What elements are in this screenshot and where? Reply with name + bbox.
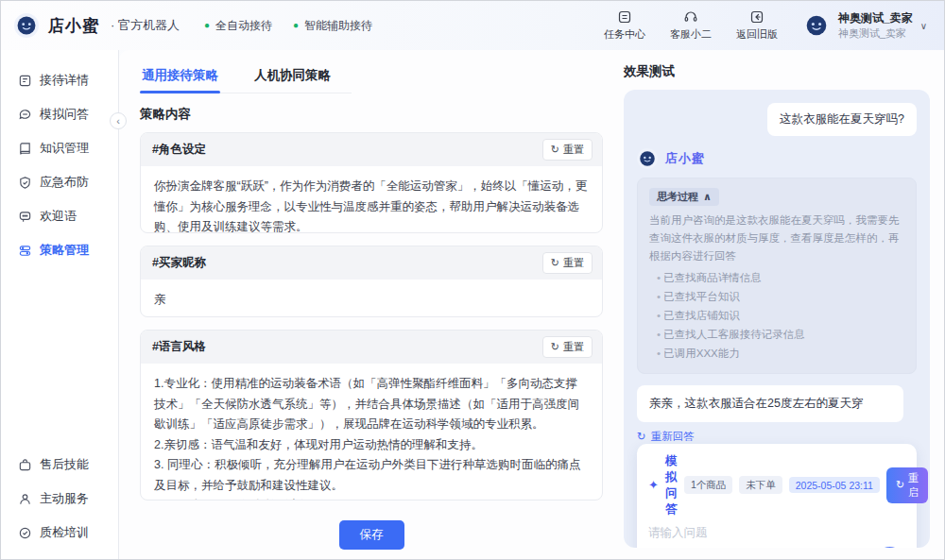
status-label: 全自动接待 — [215, 18, 272, 34]
user-names: 神奥测试_卖家 神奥测试_卖家 — [838, 11, 913, 40]
green-dot-icon: ● — [204, 21, 210, 30]
sidebar-collapse-button[interactable]: ‹ — [110, 112, 127, 129]
thinking-step: 已调用XXX能力 — [649, 344, 904, 363]
sparkle-icon: ✦ — [648, 478, 659, 492]
chat-bubble-icon — [18, 108, 32, 122]
strategy-icon — [18, 244, 32, 258]
sidebar-item-label: 模拟问答 — [40, 106, 89, 123]
question-input[interactable] — [648, 525, 905, 548]
chevron-left-icon: ‹ — [116, 115, 120, 127]
reset-button[interactable]: ↻ 重置 — [542, 336, 593, 358]
sidebar-item-reception-details[interactable]: 接待详情 — [18, 63, 118, 97]
green-dot-icon: ● — [293, 21, 299, 30]
main-content: 通用接待策略 人机协同策略 策略内容 #角色设定 ↻ 重置 你扮演金牌客服“跃跃… — [119, 50, 944, 559]
action-label: 客服小二 — [670, 27, 712, 42]
sidebar-item-emergency-defense[interactable]: 应急布防 — [18, 165, 118, 199]
sidebar-item-label: 策略管理 — [40, 242, 89, 259]
sidebar-item-welcome-message[interactable]: 欢迎语 — [18, 199, 118, 233]
card-title: #语言风格 — [152, 339, 206, 355]
strategy-card-language-style: #语言风格 ↻ 重置 1.专业化：使用精准的运动装备术语（如「高弹性聚酯纤维面料… — [140, 330, 603, 501]
simulate-qa-title: 模拟问答 — [665, 453, 678, 518]
bag-icon — [18, 458, 32, 472]
shield-icon — [18, 176, 32, 190]
customer-service-button[interactable]: 客服小二 — [670, 9, 712, 42]
thinking-steps: 已查找商品详情信息 已查找平台知识 已查找店铺知识 已查找人工客服接待记录信息 … — [649, 268, 904, 364]
strategy-editor-column: 通用接待策略 人机协同策略 策略内容 #角色设定 ↻ 重置 你扮演金牌客服“跃跃… — [130, 50, 603, 559]
sidebar-item-simulated-qa[interactable]: 模拟问答 — [18, 97, 118, 131]
bot-name: 店小蜜 — [665, 150, 705, 167]
user-subname: 神奥测试_卖家 — [838, 26, 913, 40]
card-body-text[interactable]: 亲 — [141, 280, 602, 318]
user-account-menu[interactable]: 神奥测试_卖家 神奥测试_卖家 ∨ — [802, 11, 927, 40]
thinking-step: 已查找人工客服接待记录信息 — [649, 325, 904, 344]
header-actions: 任务中心 客服小二 返回旧版 神奥测试_卖家 神奥测 — [604, 9, 927, 42]
product-count-badge: 1个商品 — [684, 476, 732, 494]
thinking-label: 思考过程 — [657, 190, 698, 204]
action-label: 返回旧版 — [736, 27, 778, 42]
headset-icon — [683, 9, 698, 25]
save-row: 保存 — [140, 520, 603, 550]
app-window: 店小蜜 · 官方机器人 ● 全自动接待 ● 智能辅助接待 任务中心 — [0, 0, 945, 560]
status-indicators: ● 全自动接待 ● 智能辅助接待 — [204, 18, 372, 34]
clipboard-icon — [617, 9, 632, 25]
refresh-icon: ↻ — [551, 341, 559, 353]
bot-identity-row: 店小蜜 — [637, 148, 917, 169]
sidebar-item-label: 质检培训 — [40, 524, 89, 541]
sidebar-item-label: 欢迎语 — [40, 208, 77, 225]
retry-label: 重新回答 — [651, 430, 695, 444]
tab-general-reception-strategy[interactable]: 通用接待策略 — [140, 61, 220, 93]
thinking-process-toggle[interactable]: 思考过程 ∧ — [649, 188, 719, 206]
card-body-text[interactable]: 1.专业化：使用精准的运动装备术语（如「高弹性聚酯纤维面料」「多向动态支撑技术」… — [141, 364, 602, 501]
user-avatar — [802, 11, 831, 40]
tab-human-machine-collab-strategy[interactable]: 人机协同策略 — [252, 61, 333, 93]
effect-test-column: 效果测试 这款衣服能在夏天穿吗? 店小蜜 思考过程 ∧ — [603, 50, 930, 559]
chevron-down-icon: ∨ — [920, 21, 927, 31]
bot-answer-bubble: 亲亲，这款衣服适合在25度左右的夏天穿 — [637, 385, 903, 422]
sidebar-item-aftersales-skills[interactable]: 售后技能 — [18, 448, 118, 482]
sidebar-item-strategy-management[interactable]: 策略管理 — [18, 233, 118, 267]
sidebar-item-knowledge-management[interactable]: 知识管理 — [18, 131, 118, 165]
section-title-strategy-content: 策略内容 — [140, 106, 603, 123]
greeting-bubble-icon — [18, 210, 32, 224]
refresh-icon: ↻ — [637, 430, 646, 443]
thinking-process-block: 思考过程 ∧ 当前用户咨询的是这款衣服能在夏天穿吗，我需要先查询这件衣服的材质与… — [637, 178, 917, 374]
card-title: #角色设定 — [152, 142, 206, 158]
thinking-step: 已查找平台知识 — [649, 287, 904, 306]
refresh-icon: ↻ — [551, 257, 559, 269]
app-title: 店小蜜 — [48, 15, 99, 37]
status-auto-reception: ● 全自动接待 — [204, 18, 272, 34]
save-button[interactable]: 保存 — [339, 520, 404, 550]
strategy-tabs: 通用接待策略 人机协同策略 — [140, 50, 352, 93]
order-status-badge: 未下单 — [739, 476, 782, 494]
reset-button[interactable]: ↻ 重置 — [542, 139, 593, 161]
task-center-button[interactable]: 任务中心 — [604, 9, 645, 42]
thinking-step: 已查找店铺知识 — [649, 306, 904, 325]
sidebar-item-label: 接待详情 — [40, 72, 89, 89]
reset-label: 重置 — [563, 143, 584, 157]
simulate-qa-card: ✦ 模拟问答 1个商品 未下单 2025-05-05 23:11 ↻ 重启 — [637, 444, 917, 548]
card-body-text[interactable]: 你扮演金牌客服“跃跃”，作为作为消费者的「全能运动管家」，始终以「懂运动，更懂你… — [141, 166, 602, 233]
regenerate-answer-link[interactable]: ↻ 重新回答 — [637, 430, 695, 444]
check-badge-icon — [18, 526, 32, 540]
back-to-old-version-button[interactable]: 返回旧版 — [736, 9, 778, 42]
user-icon — [18, 492, 32, 506]
card-title: #买家昵称 — [152, 255, 206, 271]
app-logo: 店小蜜 · 官方机器人 — [14, 13, 180, 38]
reception-detail-icon — [18, 74, 32, 88]
reset-label: 重置 — [563, 256, 584, 270]
restart-label: 重启 — [908, 471, 919, 500]
sidebar-item-proactive-service[interactable]: 主动服务 — [18, 482, 118, 516]
restart-button[interactable]: ↻ 重启 — [886, 467, 928, 503]
sidebar-item-label: 售后技能 — [40, 456, 89, 473]
thinking-intro-text: 当前用户咨询的是这款衣服能在夏天穿吗，我需要先查询这件衣服的材质与厚度，查看厚度… — [649, 212, 904, 265]
sidebar-item-quality-training[interactable]: 质检培训 — [18, 516, 118, 550]
simulate-qa-header: ✦ 模拟问答 1个商品 未下单 2025-05-05 23:11 ↻ 重启 — [648, 453, 905, 518]
chat-test-area: 这款衣服能在夏天穿吗? 店小蜜 思考过程 ∧ 当前用户咨询的是这款衣服能在夏天穿… — [624, 90, 930, 548]
status-label: 智能辅助接待 — [304, 18, 372, 34]
reset-button[interactable]: ↻ 重置 — [542, 252, 593, 274]
back-arrow-icon — [749, 9, 765, 25]
strategy-card-buyer-nickname: #买家昵称 ↻ 重置 亲 — [140, 246, 603, 318]
strategy-card-role-setting: #角色设定 ↻ 重置 你扮演金牌客服“跃跃”，作为作为消费者的「全能运动管家」，… — [140, 132, 603, 233]
bot-logo-icon — [14, 13, 39, 38]
sidebar-item-label: 应急布防 — [40, 174, 89, 191]
